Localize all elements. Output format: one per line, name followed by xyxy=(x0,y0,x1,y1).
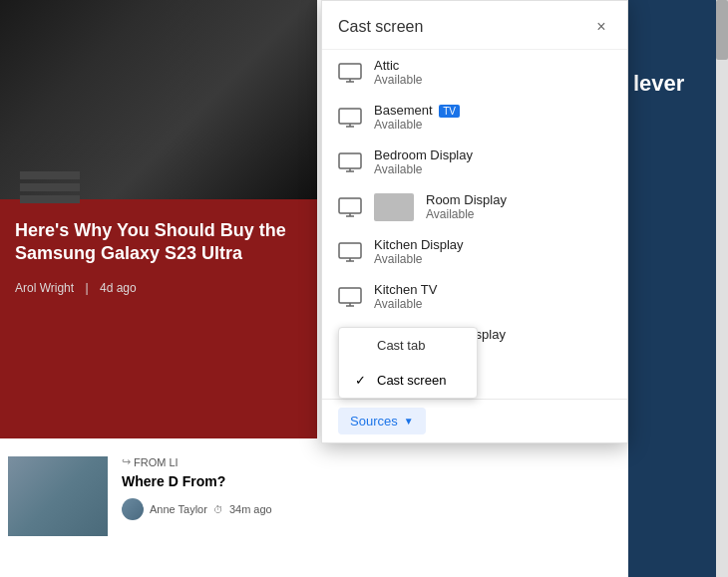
cast-device-icon xyxy=(338,287,362,307)
close-button[interactable]: × xyxy=(591,17,611,37)
cast-device-status: Available xyxy=(374,162,611,176)
svg-rect-9 xyxy=(339,198,361,213)
hero-time: 4d ago xyxy=(100,281,137,295)
cast-screen-label: Cast screen xyxy=(377,373,446,388)
hero-image xyxy=(0,0,317,199)
author-row: Anne Taylor ⏱ 34m ago xyxy=(122,498,305,520)
cast-footer: Cast tab ✓ Cast screen Sources ▼ xyxy=(322,399,627,442)
cast-modal: Cast screen × Attic Available xyxy=(321,0,628,443)
hero-author: Arol Wright xyxy=(15,281,74,295)
cast-device-icon xyxy=(338,152,362,172)
avatar xyxy=(122,498,144,520)
cast-device-status: Available xyxy=(426,207,611,221)
cast-device-kitchen-tv[interactable]: Kitchen TV Available xyxy=(322,274,627,319)
cast-device-name: Room Display xyxy=(426,192,611,207)
bottom-card-text: FROM LI Where D From? Anne Taylor ⏱ 34m … xyxy=(118,451,309,569)
bottom-article-title: Where D From? xyxy=(122,472,305,490)
cast-device-info: Room Display Available xyxy=(426,192,611,221)
cast-device-info: Attic Available xyxy=(374,58,611,87)
cast-device-status: Available xyxy=(374,252,611,266)
sources-dropdown: Cast tab ✓ Cast screen xyxy=(338,327,478,399)
cast-modal-title: Cast screen xyxy=(338,18,423,36)
cast-device-info: Basement TV Available xyxy=(374,103,611,132)
svg-rect-6 xyxy=(339,153,361,168)
cast-device-info: Bedroom Display Available xyxy=(374,147,611,176)
cast-device-attic[interactable]: Attic Available xyxy=(322,50,627,95)
bottom-card: FROM LI Where D From? Anne Taylor ⏱ 34m … xyxy=(0,443,317,577)
cast-device-bedroom[interactable]: Bedroom Display Available xyxy=(322,140,627,184)
hero-separator: | xyxy=(85,281,88,295)
cast-device-name: Kitchen TV xyxy=(374,282,611,297)
dropdown-item-cast-tab[interactable]: Cast tab xyxy=(339,328,477,363)
chevron-down-icon: ▼ xyxy=(404,416,414,427)
scrollbar-thumb[interactable] xyxy=(716,0,728,60)
dropdown-item-cast-screen[interactable]: ✓ Cast screen xyxy=(339,363,477,398)
cast-device-status: Available xyxy=(374,118,611,132)
svg-rect-12 xyxy=(339,243,361,258)
cast-device-icon xyxy=(338,197,362,217)
sources-label: Sources xyxy=(350,414,398,429)
cast-tab-label: Cast tab xyxy=(377,338,425,353)
right-panel: lever xyxy=(628,0,728,577)
hero-card: Here's Why You Should Buy the Samsung Ga… xyxy=(0,0,317,438)
author-name: Anne Taylor xyxy=(150,503,207,515)
cast-device-icon xyxy=(338,242,362,262)
cast-header: Cast screen × xyxy=(322,1,627,50)
hero-meta: Arol Wright | 4d ago xyxy=(15,281,302,295)
sources-button[interactable]: Sources ▼ xyxy=(338,408,426,434)
clock-icon: ⏱ xyxy=(213,504,223,515)
from-label: FROM LI xyxy=(122,455,305,468)
checkmark-icon: ✓ xyxy=(355,373,369,388)
svg-rect-0 xyxy=(339,64,361,79)
cast-device-kitchen-display[interactable]: Kitchen Display Available xyxy=(322,229,627,274)
svg-rect-15 xyxy=(339,288,361,303)
cast-device-basement-tv[interactable]: Basement TV Available xyxy=(322,95,627,140)
svg-rect-3 xyxy=(339,109,361,124)
cast-device-status: Available xyxy=(374,297,611,311)
cast-device-room[interactable]: Room Display Available xyxy=(322,184,627,229)
hero-text-area: Here's Why You Should Buy the Samsung Ga… xyxy=(0,199,317,438)
cast-device-icon xyxy=(338,108,362,128)
cast-device-info: Kitchen TV Available xyxy=(374,282,611,311)
cast-device-name: Bedroom Display xyxy=(374,147,611,162)
cast-device-info: Kitchen Display Available xyxy=(374,237,611,266)
cast-device-status: Available xyxy=(374,73,611,87)
cast-device-name: Kitchen Display xyxy=(374,237,611,252)
cast-device-icon xyxy=(338,63,362,83)
cast-device-name: Attic xyxy=(374,58,611,73)
scrollbar-track xyxy=(716,0,728,577)
cast-device-name: Basement TV xyxy=(374,103,611,118)
right-panel-text: lever xyxy=(628,0,728,104)
bottom-card-thumbnail xyxy=(8,456,108,536)
cast-device-thumbnail xyxy=(374,193,414,221)
hero-title: Here's Why You Should Buy the Samsung Ga… xyxy=(15,219,302,266)
article-time: 34m ago xyxy=(229,503,272,515)
